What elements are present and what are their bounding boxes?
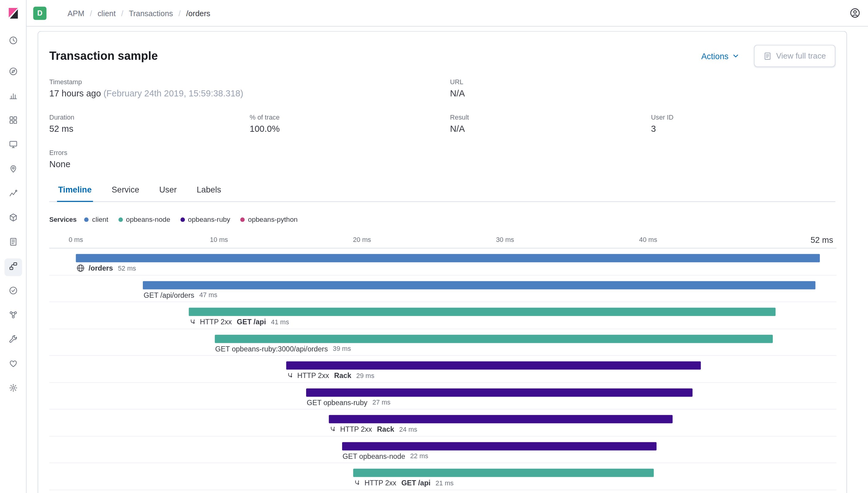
sidebar-item-machine-learning[interactable]: [3, 182, 23, 207]
axis-tick-10: 10 ms: [210, 236, 228, 243]
sidebar-item-recently-viewed[interactable]: [3, 29, 23, 54]
meta-url: URL N/A: [450, 78, 651, 99]
sidebar-item-apm[interactable]: [3, 255, 23, 279]
timestamp-label: Timestamp: [49, 78, 450, 86]
sidebar-item-canvas[interactable]: [3, 133, 23, 158]
sidebar-item-infrastructure[interactable]: [3, 207, 23, 231]
waterfall-row-get-opbeans-ruby-3000-api-orders[interactable]: GET opbeans-ruby:3000/api/orders39 ms: [49, 329, 836, 356]
sidebar-item-logs[interactable]: [3, 231, 23, 255]
sidebar-item-management[interactable]: [3, 377, 23, 401]
sidebar-item-dev-tools[interactable]: [3, 328, 23, 353]
breadcrumb-separator: /: [90, 8, 92, 17]
span-duration: 47 ms: [199, 291, 217, 299]
legend-title: Services: [49, 216, 77, 223]
meta-errors: Errors None: [49, 149, 250, 169]
tab-user[interactable]: User: [158, 185, 178, 202]
panel-header: Transaction sample Actions View full tra…: [49, 45, 835, 67]
waterfall-bar[interactable]: [342, 442, 656, 450]
meta-timestamp: Timestamp 17 hours ago (February 24th 20…: [49, 78, 450, 99]
waterfall-bar[interactable]: [286, 361, 701, 369]
span-type-label: HTTP 2xx: [364, 479, 396, 487]
span-duration: 29 ms: [356, 371, 374, 379]
waterfall-label: HTTP 2xxRack24 ms: [330, 425, 417, 433]
sidebar: [0, 0, 26, 493]
actions-button[interactable]: Actions: [701, 51, 740, 61]
waterfall-label: GET opbeans-ruby:3000/api/orders39 ms: [215, 344, 351, 353]
result-label: Result: [450, 113, 651, 121]
breadcrumb-client[interactable]: client: [98, 8, 116, 17]
span-name: GET /api: [237, 318, 266, 326]
waterfall-bar[interactable]: [143, 281, 816, 289]
span-duration: 22 ms: [410, 452, 428, 460]
waterfall-bar[interactable]: [354, 469, 654, 477]
bar-chart-icon: [8, 91, 17, 102]
waterfall-row-http-2xx-get-api[interactable]: HTTP 2xxGET /api21 ms: [49, 463, 836, 490]
axis-total-duration: 52 ms: [811, 235, 833, 245]
breadcrumb-apm[interactable]: APM: [67, 8, 84, 17]
trace-document-icon: [763, 52, 771, 60]
waterfall-bar[interactable]: [215, 334, 772, 343]
waterfall-bar[interactable]: [329, 415, 672, 423]
legend-dot: [180, 217, 185, 222]
legend-dot: [240, 217, 245, 222]
nodes-icon: [8, 310, 17, 322]
waterfall-bar[interactable]: [189, 307, 776, 316]
sidebar-item-maps[interactable]: [3, 158, 23, 182]
waterfall-row-http-2xx-rack[interactable]: HTTP 2xxRack29 ms: [49, 356, 836, 383]
waterfall-row-get-api-orders[interactable]: GET /api/orders47 ms: [49, 275, 836, 302]
sidebar-item-monitoring[interactable]: [3, 352, 23, 377]
waterfall-row-orders[interactable]: /orders52 ms: [49, 248, 836, 275]
duration-value: 52 ms: [49, 124, 250, 134]
breadcrumb-separator: /: [121, 8, 123, 17]
kibana-logo[interactable]: [0, 0, 26, 26]
services-legend: Services clientopbeans-nodeopbeans-rubyo…: [49, 214, 835, 225]
waterfall-row-get-opbeans-node[interactable]: GET opbeans-node22 ms: [49, 436, 836, 463]
span-name: GET opbeans-node: [342, 452, 405, 460]
grid-icon: [8, 115, 17, 127]
tab-service[interactable]: Service: [110, 185, 141, 202]
waterfall-bar[interactable]: [76, 254, 820, 262]
sidebar-item-discover[interactable]: [3, 60, 23, 85]
tab-labels[interactable]: Labels: [196, 185, 222, 202]
flow-icon: [8, 262, 17, 273]
space-badge[interactable]: D: [33, 6, 47, 20]
ml-line-icon: [8, 189, 17, 200]
legend-item-client: client: [84, 216, 108, 223]
legend-label: opbeans-ruby: [188, 216, 230, 223]
span-type-label: HTTP 2xx: [200, 318, 232, 326]
waterfall-label: HTTP 2xxRack29 ms: [287, 371, 374, 380]
sidebar-item-graph[interactable]: [3, 304, 23, 328]
tab-timeline[interactable]: Timeline: [57, 185, 93, 202]
span-name: Rack: [334, 371, 351, 380]
breadcrumb-orders[interactable]: /orders: [186, 8, 210, 17]
chevron-down-icon: [732, 52, 740, 60]
waterfall-label: GET opbeans-node22 ms: [342, 452, 428, 460]
waterfall-row-http-2xx-get-api[interactable]: HTTP 2xxGET /api41 ms: [49, 302, 836, 329]
span-name: GET /api/orders: [144, 291, 194, 299]
sidebar-item-dashboard[interactable]: [3, 109, 23, 133]
sidebar-item-uptime[interactable]: [3, 279, 23, 304]
span-duration: 24 ms: [399, 425, 417, 433]
span-type-label: HTTP 2xx: [340, 425, 372, 433]
merge-icon: [330, 426, 336, 433]
screen-icon: [8, 140, 17, 151]
view-full-trace-label: View full trace: [776, 51, 826, 60]
doc-lines-icon: [8, 237, 17, 248]
span-duration: 21 ms: [436, 479, 453, 487]
axis-tick-0: 0 ms: [69, 236, 83, 243]
waterfall-row-http-2xx-rack[interactable]: HTTP 2xxRack24 ms: [49, 409, 836, 436]
span-name: /orders: [88, 264, 113, 272]
span-name: Rack: [377, 425, 394, 433]
breadcrumb-transactions[interactable]: Transactions: [129, 8, 173, 17]
errors-value: None: [49, 159, 250, 169]
clock-icon: [8, 36, 17, 47]
view-full-trace-button[interactable]: View full trace: [754, 45, 835, 67]
user-menu-icon[interactable]: [850, 8, 860, 18]
waterfall-row-get-opbeans-ruby[interactable]: GET opbeans-ruby27 ms: [49, 383, 836, 409]
sidebar-item-visualize[interactable]: [3, 85, 23, 109]
tabs: TimelineServiceUserLabels: [49, 185, 835, 202]
trace-pct-value: 100.0%: [250, 124, 450, 134]
check-circle-icon: [8, 286, 17, 297]
trace-pct-label: % of trace: [250, 113, 450, 121]
waterfall-bar[interactable]: [306, 388, 693, 396]
